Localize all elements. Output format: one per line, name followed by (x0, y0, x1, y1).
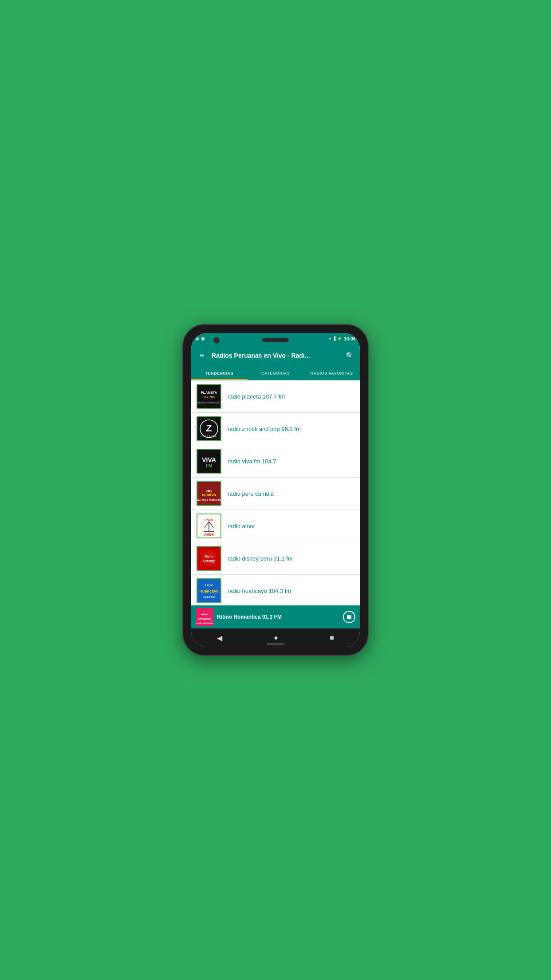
radio-logo-amor: RADIO AMOR (197, 514, 221, 538)
radio-logo-z: Z Rock & Pop (197, 416, 221, 441)
svg-text:FM: FM (206, 463, 212, 468)
now-playing-bar: ritmo romántica tu radio de baladas Ritm… (191, 605, 360, 628)
now-playing-title: Ritmo Romantica 91.3 FM (217, 614, 339, 620)
app-bar: ≡ Radios Peruanas en Vivo - Radi... 🔍 (191, 344, 360, 367)
svg-text:romántica: romántica (198, 617, 211, 620)
status-right-icons: ▾ ▐ ⚡ 10:04 (329, 336, 355, 341)
svg-text:VIVA: VIVA (202, 456, 216, 463)
radio-logo-huancayo: RADIO Huancayo 104.3 FM (197, 578, 221, 603)
speaker (262, 338, 289, 342)
phone-device: ◉ ▣ ▾ ▐ ⚡ 10:04 ≡ Radios Peruanas en Viv… (182, 324, 369, 656)
svg-text:cumbia: cumbia (202, 493, 216, 497)
radio-name: radio disney perú 91.1 fm (228, 555, 354, 562)
svg-point-23 (201, 550, 217, 566)
svg-text:tu radio de baladas: tu radio de baladas (196, 622, 213, 624)
svg-text:RADIO: RADIO (205, 584, 213, 587)
menu-icon[interactable]: ≡ (197, 351, 207, 360)
search-icon[interactable]: 🔍 (346, 352, 354, 360)
radio-name: radio huancayo 104.3 fm (228, 588, 354, 594)
svg-text:PLANETA: PLANETA (201, 391, 217, 395)
svg-text:AMOR: AMOR (204, 533, 213, 536)
list-item[interactable]: PLANETA 107.7fm MUSICA EN INGLES radio p… (191, 380, 360, 413)
home-button[interactable]: ● (274, 634, 278, 642)
svg-text:107.7fm: 107.7fm (203, 395, 215, 399)
radio-list: PLANETA 107.7fm MUSICA EN INGLES radio p… (191, 380, 360, 605)
radio-name: radio amor (228, 523, 354, 530)
svg-text:Z: Z (206, 423, 212, 434)
radio-logo-planeta: PLANETA 107.7fm MUSICA EN INGLES (197, 384, 221, 409)
stop-icon (347, 615, 351, 619)
signal-icon: ▐ (333, 336, 335, 341)
list-item[interactable]: Z Rock & Pop radio z rock and pop 96.1 f… (191, 413, 360, 445)
list-item[interactable]: RADIO AMOR radio amor (191, 510, 360, 542)
sim-icon: ▣ (201, 336, 205, 341)
home-bar (267, 643, 284, 645)
radio-name: radio peru cumbia (228, 490, 354, 497)
status-time: 10:04 (344, 336, 355, 341)
list-item[interactable]: RADIO Huancayo 104.3 FM radio huancayo 1… (191, 575, 360, 605)
stop-button[interactable] (343, 611, 355, 623)
svg-text:peru: peru (205, 489, 212, 493)
wifi-icon: ▾ (329, 336, 331, 341)
svg-text:Rock & Pop: Rock & Pop (201, 435, 216, 437)
list-item[interactable]: peru cumbia EL PORTAL DE LA CUMBIA PERUA… (191, 478, 360, 510)
battery-icon: ⚡ (337, 336, 342, 341)
radio-name: radio planeta 107.7 fm (228, 393, 354, 400)
status-left-icons: ◉ ▣ (196, 336, 205, 341)
svg-text:MUSICA EN INGLES: MUSICA EN INGLES (198, 401, 220, 404)
radio-logo-cumbia: peru cumbia EL PORTAL DE LA CUMBIA PERUA… (197, 481, 221, 506)
list-item[interactable]: VIVA FM radio viva fm 104.7 (191, 445, 360, 478)
recent-button[interactable]: ■ (330, 634, 334, 642)
svg-text:EL PORTAL DE LA CUMBIA PERUANA: EL PORTAL DE LA CUMBIA PERUANA (197, 499, 220, 502)
back-button[interactable]: ◀ (217, 634, 222, 642)
svg-text:ritmo: ritmo (201, 613, 208, 616)
radio-name: radio z rock and pop 96.1 fm (228, 426, 354, 432)
svg-text:Disney: Disney (203, 559, 215, 563)
svg-text:RADIO: RADIO (205, 518, 213, 521)
svg-text:104.3 FM: 104.3 FM (203, 596, 214, 598)
svg-text:Huancayo: Huancayo (199, 589, 219, 593)
app-title: Radios Peruanas en Vivo - Radi... (212, 352, 341, 359)
radio-logo-disney: Radio Disney (197, 546, 221, 571)
phone-screen: ◉ ▣ ▾ ▐ ⚡ 10:04 ≡ Radios Peruanas en Viv… (191, 333, 360, 647)
svg-text:Radio: Radio (205, 555, 213, 558)
tab-tendencias[interactable]: TENDENCIAS (191, 367, 248, 380)
radio-logo-viva: VIVA FM (197, 449, 221, 474)
front-camera (213, 337, 220, 344)
signal-dot-icon: ◉ (196, 336, 199, 341)
tabs-bar: TENDENCIAS CATEGORIAS RADIOS FAVORITAS (191, 367, 360, 380)
tab-categorias[interactable]: CATEGORIAS (248, 367, 304, 380)
tab-favoritas[interactable]: RADIOS FAVORITAS (303, 367, 360, 380)
now-playing-logo: ritmo romántica tu radio de baladas (196, 608, 213, 626)
list-item[interactable]: Radio Disney radio disney perú 91.1 fm (191, 542, 360, 575)
radio-name: radio viva fm 104.7 (228, 458, 354, 465)
